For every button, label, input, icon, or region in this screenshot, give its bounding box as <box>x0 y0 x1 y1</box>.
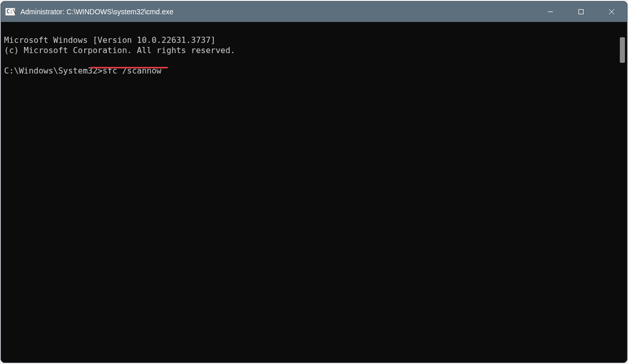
window-title: Administrator: C:\WINDOWS\system32\cmd.e… <box>20 8 174 16</box>
output-line-version: Microsoft Windows [Version 10.0.22631.37… <box>4 35 215 45</box>
cmd-icon: C:\ <box>5 8 15 16</box>
maximize-button[interactable] <box>566 2 596 22</box>
maximize-icon <box>578 9 584 15</box>
close-icon <box>609 9 615 15</box>
terminal-output[interactable]: Microsoft Windows [Version 10.0.22631.37… <box>1 22 618 362</box>
underline-annotation <box>90 67 168 68</box>
titlebar-left: C:\ Administrator: C:\WINDOWS\system32\c… <box>5 8 174 16</box>
svg-rect-1 <box>579 10 584 14</box>
client-area: Microsoft Windows [Version 10.0.22631.37… <box>1 22 627 362</box>
minimize-button[interactable] <box>535 2 566 22</box>
scrollbar-track[interactable] <box>618 22 627 362</box>
window-controls <box>535 2 627 22</box>
prompt-path: C:\Windows\System32> <box>4 66 103 76</box>
titlebar[interactable]: C:\ Administrator: C:\WINDOWS\system32\c… <box>1 2 627 22</box>
app-window: C:\ Administrator: C:\WINDOWS\system32\c… <box>1 1 627 363</box>
output-line-copyright: (c) Microsoft Corporation. All rights re… <box>4 45 235 55</box>
minimize-icon <box>547 9 553 15</box>
scrollbar-thumb[interactable] <box>620 37 625 63</box>
close-button[interactable] <box>596 2 627 22</box>
